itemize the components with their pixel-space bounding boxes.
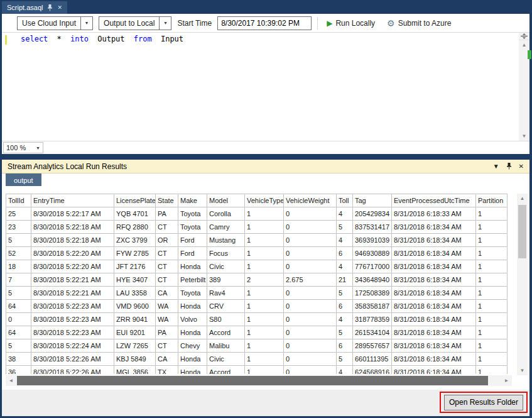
table-cell: Toyota: [178, 287, 207, 300]
pin-icon[interactable]: [506, 163, 512, 170]
scroll-left-button[interactable]: ◄: [6, 375, 16, 386]
cloud-input-selector[interactable]: Use Cloud Input ▼: [17, 16, 93, 30]
pin-icon[interactable]: [47, 4, 53, 11]
table-row[interactable]: 08/30/2018 5:22:23 AMZRR 9041WAVolvoS801…: [6, 313, 508, 326]
close-icon[interactable]: ✕: [57, 5, 62, 11]
table-cell: 369391039: [353, 234, 392, 247]
scroll-up-button[interactable]: ▲: [517, 194, 528, 203]
table-cell: 2.675: [284, 273, 337, 287]
table-cell: 1: [476, 207, 508, 221]
table-cell: Camry: [207, 221, 245, 234]
table-cell: 776717000: [353, 260, 392, 273]
table-cell: 5: [6, 339, 31, 353]
table-cell: Accord: [207, 326, 245, 339]
window-menu-icon[interactable]: ▼: [493, 163, 499, 170]
submit-to-azure-button[interactable]: ⚙ Submit to Azure: [384, 19, 454, 28]
zoom-selector[interactable]: 100 % ▼: [3, 142, 43, 153]
table-cell: CT: [156, 339, 178, 353]
table-cell: 8/31/2018 6:18:34 AM: [392, 313, 476, 326]
table-row[interactable]: 648/30/2018 5:22:23 AMEUI 9201PAHondaAcc…: [6, 326, 508, 339]
table-cell: 8/31/2018 6:18:34 AM: [392, 221, 476, 234]
zoom-value: 100 %: [6, 144, 26, 151]
scroll-down-button[interactable]: ▼: [517, 366, 528, 375]
scroll-right-button[interactable]: ►: [501, 375, 512, 386]
table-cell: CRV: [207, 300, 245, 313]
table-cell: 8/30/2018 5:22:18 AM: [31, 221, 114, 234]
scroll-up-button[interactable]: ▲: [519, 40, 529, 50]
table-cell: 23: [6, 221, 31, 234]
open-results-folder-button[interactable]: Open Results Folder: [444, 395, 523, 410]
table-cell: 8/30/2018 5:22:23 AM: [31, 313, 114, 326]
table-cell: 261534104: [353, 326, 392, 339]
vertical-scroll-thumb[interactable]: [518, 205, 526, 258]
table-cell: 172508389: [353, 287, 392, 300]
column-header: EntryTime: [31, 194, 114, 207]
table-row[interactable]: 388/30/2018 5:22:26 AMKBJ 5849CAHondaCiv…: [6, 353, 508, 366]
panel-splitter[interactable]: [0, 154, 532, 160]
column-header: Toll: [337, 194, 353, 207]
table-cell: Accord: [207, 366, 245, 375]
table-row[interactable]: 188/30/2018 5:22:20 AMJFT 2176CTHondaCiv…: [6, 260, 508, 273]
table-row[interactable]: 258/30/2018 5:22:17 AMYQB 4701PAToyotaCo…: [6, 207, 508, 221]
run-locally-label: Run Locally: [335, 19, 375, 28]
editor-splitter-grip-icon[interactable]: [519, 33, 529, 40]
tab-output[interactable]: output: [6, 173, 41, 187]
scroll-down-button[interactable]: ▼: [519, 131, 529, 141]
code-editor[interactable]: select * into Output from Input ▲ ▼: [2, 33, 529, 141]
table-cell: Ford: [178, 234, 207, 247]
table-cell: 6: [337, 339, 353, 353]
table-cell: 1: [245, 300, 284, 313]
output-dropdown-button[interactable]: ▼: [160, 16, 171, 30]
table-row[interactable]: 238/30/2018 5:22:18 AMRFQ 2880CTToyotaCa…: [6, 221, 508, 234]
editor-vertical-scrollbar[interactable]: ▲ ▼: [519, 33, 529, 141]
table-row[interactable]: 648/30/2018 5:22:23 AMVMD 9600WAHondaCRV…: [6, 300, 508, 313]
table-cell: 38: [6, 353, 31, 366]
vs-window: Script.asaql ✕ Use Cloud Input ▼ Output …: [0, 0, 532, 418]
start-time-input[interactable]: [217, 16, 312, 30]
table-cell: 946930889: [353, 247, 392, 260]
table-row[interactable]: 58/30/2018 5:22:18 AMZXC 3799ORFordMusta…: [6, 234, 508, 247]
column-header: EventProcessedUtcTime: [392, 194, 476, 207]
table-cell: RFQ 2880: [114, 221, 156, 234]
table-cell: 837531417: [353, 221, 392, 234]
tab-label: Script.asaql: [7, 4, 43, 11]
close-icon[interactable]: ✕: [519, 163, 524, 170]
table-vertical-scrollbar[interactable]: ▲ ▼: [517, 194, 528, 375]
play-icon: ▶: [327, 19, 332, 27]
table-cell: 389: [207, 273, 245, 287]
table-cell: CT: [156, 273, 178, 287]
output-selector[interactable]: Output to Local ▼: [99, 16, 171, 30]
run-locally-button[interactable]: ▶ Run Locally: [323, 19, 378, 28]
table-cell: CT: [156, 247, 178, 260]
table-cell: 0: [284, 326, 337, 339]
table-cell: 8/31/2018 6:18:34 AM: [392, 326, 476, 339]
table-row[interactable]: 528/30/2018 5:22:20 AMFYW 2785CTFordFocu…: [6, 247, 508, 260]
select-star: *: [57, 35, 62, 43]
cloud-input-dropdown-button[interactable]: ▼: [81, 16, 93, 30]
results-content: TollIdEntryTimeLicensePlateStateMakeMode…: [2, 186, 529, 390]
table-cell: S80: [207, 313, 245, 326]
results-tab-bar: output: [2, 173, 529, 187]
table-cell: 8/30/2018 5:22:23 AM: [31, 300, 114, 313]
table-row[interactable]: 58/30/2018 5:22:21 AMLAU 3358CAToyotaRav…: [6, 287, 508, 300]
scroll-up-icon: ▲: [520, 196, 525, 201]
table-cell: 25: [6, 207, 31, 221]
tab-script-asaql[interactable]: Script.asaql ✕: [2, 1, 67, 14]
table-cell: 2: [245, 273, 284, 287]
horizontal-scroll-thumb[interactable]: [17, 376, 488, 385]
table-horizontal-scrollbar[interactable]: ◄ ►: [6, 375, 512, 386]
table-cell: 0: [284, 247, 337, 260]
table-cell: CT: [156, 260, 178, 273]
table-cell: Civic: [207, 260, 245, 273]
column-header: VehicleType: [245, 194, 284, 207]
table-cell: 8/31/2018 6:18:33 AM: [392, 207, 476, 221]
table-row[interactable]: 78/30/2018 5:22:21 AMHYE 3407CTPeterbilt…: [6, 273, 508, 287]
table-cell: Volvo: [178, 313, 207, 326]
table-row[interactable]: 368/30/2018 5:22:26 AMMGL 3856TXHondaAcc…: [6, 366, 508, 375]
table-cell: 0: [284, 313, 337, 326]
table-cell: 5: [6, 234, 31, 247]
table-cell: 624568916: [353, 366, 392, 375]
table-row[interactable]: 58/30/2018 5:22:24 AMLZW 7265CTChevyMali…: [6, 339, 508, 353]
table-cell: Toyota: [178, 221, 207, 234]
column-header: Partition: [476, 194, 508, 207]
